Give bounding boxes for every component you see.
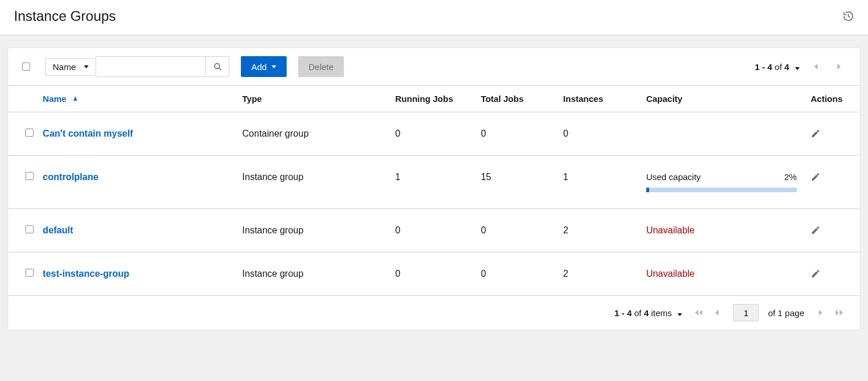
total-jobs-cell: 15 (474, 156, 556, 209)
filter-field-label: Name (53, 62, 76, 72)
capacity-percent: 2% (784, 172, 797, 182)
page-number-input[interactable] (733, 304, 759, 321)
capacity-cell (639, 112, 804, 156)
svg-point-0 (214, 64, 219, 69)
capacity-unavailable: Unavailable (646, 225, 695, 235)
select-all-checkbox[interactable] (22, 63, 30, 71)
type-cell: Instance group (235, 252, 388, 296)
history-icon[interactable] (843, 10, 854, 22)
running-jobs-cell: 0 (389, 252, 474, 296)
filter-field-dropdown[interactable]: Name (45, 58, 96, 76)
running-jobs-cell: 0 (389, 112, 474, 156)
column-header-instances: Instances (556, 86, 639, 112)
table-row: test-instance-groupInstance group002Unav… (8, 252, 860, 296)
prev-page-button[interactable] (809, 60, 823, 74)
instance-group-link[interactable]: test-instance-group (43, 269, 129, 279)
instances-cell: 0 (556, 112, 639, 156)
capacity-label: Used capacity (646, 172, 701, 182)
first-page-button[interactable] (691, 306, 705, 320)
column-header-type: Type (235, 86, 388, 112)
capacity-cell: Unavailable (639, 209, 804, 252)
instances-cell: 1 (556, 156, 639, 209)
instance-groups-table: Name Type Running Jobs Total Jobs Instan… (8, 85, 860, 296)
caret-down-icon (272, 65, 276, 68)
capacity-bar (646, 188, 797, 192)
type-cell: Instance group (235, 209, 388, 252)
column-header-capacity: Capacity (639, 86, 804, 112)
delete-button: Delete (298, 56, 344, 77)
edit-icon[interactable] (811, 172, 843, 182)
page-title: Instance Groups (14, 8, 116, 24)
search-input[interactable] (96, 56, 206, 77)
edit-icon[interactable] (811, 129, 843, 138)
column-header-total-jobs: Total Jobs (474, 86, 556, 112)
caret-down-icon (84, 65, 89, 68)
delete-label: Delete (309, 62, 334, 72)
caret-down-icon (795, 67, 800, 70)
search-button[interactable] (206, 56, 229, 77)
instance-group-link[interactable]: Can't contain myself (43, 129, 133, 138)
total-jobs-cell: 0 (474, 209, 556, 252)
row-checkbox[interactable] (25, 225, 34, 233)
edit-icon[interactable] (811, 225, 843, 235)
add-button[interactable]: Add (241, 56, 287, 77)
running-jobs-cell: 1 (389, 156, 474, 209)
next-page-button[interactable] (814, 306, 827, 320)
capacity-unavailable: Unavailable (646, 269, 695, 279)
total-jobs-cell: 0 (474, 252, 556, 296)
table-row: controlplaneInstance group1151Used capac… (8, 156, 860, 209)
total-jobs-cell: 0 (474, 112, 556, 156)
instance-group-link[interactable]: default (43, 225, 73, 235)
caret-down-icon (677, 313, 682, 316)
add-label: Add (251, 62, 267, 72)
row-checkbox[interactable] (25, 129, 34, 137)
row-checkbox[interactable] (25, 269, 34, 277)
column-header-name[interactable]: Name (43, 86, 235, 112)
capacity-cell: Unavailable (639, 252, 804, 296)
running-jobs-cell: 0 (389, 209, 474, 252)
capacity-cell: Used capacity2% (639, 156, 804, 209)
instances-cell: 2 (556, 252, 639, 296)
type-cell: Container group (235, 112, 388, 156)
pagination-top-summary[interactable]: 1 - 4 of 4 (755, 62, 800, 72)
next-page-button[interactable] (832, 60, 846, 74)
instances-cell: 2 (556, 209, 639, 252)
column-header-actions: Actions (804, 86, 860, 112)
sort-asc-icon (74, 96, 77, 101)
table-row: Can't contain myselfContainer group000 (8, 112, 860, 156)
edit-icon[interactable] (811, 269, 843, 279)
page-suffix-label: of 1 page (768, 308, 804, 318)
prev-page-button[interactable] (710, 306, 724, 320)
pagination-bottom-summary[interactable]: 1 - 4 of 4 items (614, 308, 682, 318)
svg-line-1 (219, 68, 221, 70)
last-page-button[interactable] (832, 306, 846, 320)
table-row: defaultInstance group002Unavailable (8, 209, 860, 252)
type-cell: Instance group (235, 156, 388, 209)
row-checkbox[interactable] (25, 172, 34, 180)
instance-group-link[interactable]: controlplane (43, 172, 98, 182)
column-header-running-jobs: Running Jobs (389, 86, 474, 112)
